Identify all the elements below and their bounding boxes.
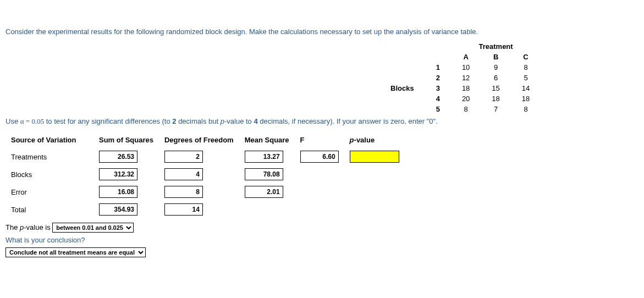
cell: 10 <box>451 62 481 73</box>
anova-row-error: Error <box>5 185 405 199</box>
col-header-C: C <box>511 52 541 62</box>
anova-h3: Degrees of Freedom <box>159 134 239 146</box>
cell: 5 <box>511 73 541 83</box>
total-ss-input[interactable] <box>99 203 137 216</box>
treatments-f-input[interactable] <box>300 151 339 163</box>
data-table: Treatment A B C 1 10 9 8 2 12 6 5 Blocks… <box>379 41 541 114</box>
anova-row-total: Total <box>5 202 405 217</box>
conclusion-line: Conclude not all treatment means are equ… <box>5 247 639 257</box>
anova-h4: Mean Square <box>239 134 295 146</box>
row-5: 5 <box>425 104 451 114</box>
col-header-A: A <box>451 52 481 62</box>
cell: 8 <box>511 104 541 114</box>
prompt-instructions: Use α = 0.05 to test for any significant… <box>5 117 639 126</box>
error-df-input[interactable] <box>164 186 203 198</box>
total-df-input[interactable] <box>164 203 203 216</box>
cell: 18 <box>511 93 541 104</box>
cell: 18 <box>451 83 481 93</box>
row-1: 1 <box>425 62 451 73</box>
blocks-ss-input[interactable] <box>99 168 137 180</box>
anova-row-treatments: Treatments <box>5 150 405 164</box>
treatments-ms-input[interactable] <box>245 151 283 163</box>
error-ss-input[interactable] <box>99 186 137 198</box>
treatment-header: Treatment <box>451 41 541 52</box>
row-3: 3 <box>425 83 451 93</box>
anova-label: Blocks <box>5 167 93 181</box>
error-ms-input[interactable] <box>245 186 283 198</box>
treatments-p-input[interactable] <box>350 151 399 163</box>
cell: 8 <box>451 104 481 114</box>
cell: 6 <box>481 73 510 83</box>
cell: 9 <box>481 62 510 73</box>
anova-row-blocks: Blocks <box>5 167 405 181</box>
pvalue-line: The p-value is between 0.01 and 0.025 <box>5 223 639 233</box>
treatments-ss-input[interactable] <box>99 151 137 163</box>
row-4: 4 <box>425 93 451 104</box>
col-header-B: B <box>481 52 510 62</box>
cell: 18 <box>481 93 510 104</box>
cell: 8 <box>511 62 541 73</box>
anova-label: Total <box>5 202 93 217</box>
treatments-df-input[interactable] <box>164 151 203 163</box>
row-2: 2 <box>425 73 451 83</box>
anova-h6: p-value <box>344 134 405 146</box>
anova-table: Source of Variation Sum of Squares Degre… <box>5 130 405 220</box>
blocks-label: Blocks <box>379 83 425 93</box>
conclusion-select[interactable]: Conclude not all treatment means are equ… <box>5 247 146 257</box>
anova-h1: Source of Variation <box>5 134 93 146</box>
anova-h5: F <box>295 134 344 146</box>
anova-label: Treatments <box>5 150 93 164</box>
pvalue-select[interactable]: between 0.01 and 0.025 <box>52 223 134 233</box>
cell: 12 <box>451 73 481 83</box>
cell: 20 <box>451 93 481 104</box>
conclusion-question: What is your conclusion? <box>5 236 639 244</box>
anova-label: Error <box>5 185 93 199</box>
blocks-ms-input[interactable] <box>245 168 283 180</box>
anova-h2: Sum of Squares <box>93 134 159 146</box>
prompt-intro: Consider the experimental results for th… <box>5 27 639 36</box>
cell: 15 <box>481 83 510 93</box>
cell: 7 <box>481 104 510 114</box>
blocks-df-input[interactable] <box>164 168 203 180</box>
cell: 14 <box>511 83 541 93</box>
